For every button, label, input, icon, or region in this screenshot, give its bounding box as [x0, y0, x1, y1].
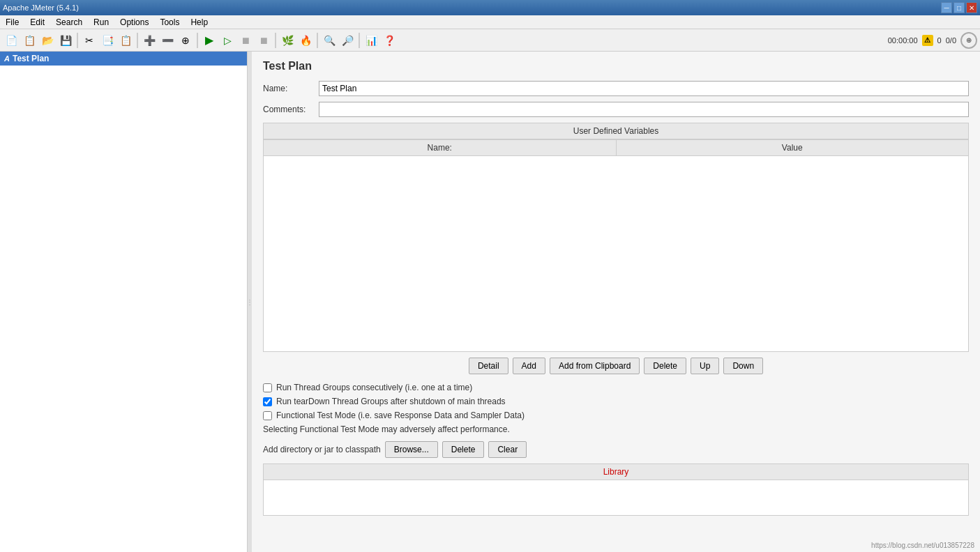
- warning-count: 0: [937, 36, 942, 45]
- comments-label: Comments:: [263, 105, 319, 114]
- sep6: [359, 33, 360, 48]
- comments-input[interactable]: [319, 102, 969, 117]
- page-title: Test Plan: [263, 60, 969, 72]
- flame-button[interactable]: 🔥: [297, 32, 314, 49]
- table-action-buttons: Detail Add Add from Clipboard Delete Up …: [263, 358, 969, 374]
- sep1: [77, 33, 78, 48]
- run-button[interactable]: ▶: [201, 32, 218, 49]
- tree-item-test-plan[interactable]: A Test Plan: [0, 52, 247, 66]
- run-no-pause-button[interactable]: ▷: [219, 32, 236, 49]
- duplicate-button[interactable]: ⊕: [177, 32, 194, 49]
- error-count: 0/0: [946, 36, 956, 45]
- up-button[interactable]: Up: [691, 358, 719, 374]
- expand-button[interactable]: ⊕: [960, 32, 977, 49]
- menu-tools[interactable]: Tools: [154, 16, 185, 29]
- menu-search[interactable]: Search: [50, 16, 88, 29]
- open-button[interactable]: 📂: [39, 32, 56, 49]
- add-from-clipboard-button[interactable]: Add from Clipboard: [550, 358, 640, 374]
- new-button[interactable]: 📄: [3, 32, 20, 49]
- right-panel: Test Plan Name: Comments: User Defined V…: [252, 52, 980, 552]
- clear-classpath-button[interactable]: Clear: [488, 441, 527, 458]
- library-header: Library: [264, 464, 968, 480]
- library-body[interactable]: [264, 480, 968, 515]
- warning-icon: ⚠: [922, 35, 933, 46]
- menu-edit[interactable]: Edit: [24, 16, 50, 29]
- copy-button[interactable]: 📑: [99, 32, 116, 49]
- save-button[interactable]: 💾: [57, 32, 74, 49]
- cut-button[interactable]: ✂: [81, 32, 98, 49]
- stop-now-button[interactable]: ⏹: [255, 32, 272, 49]
- checkbox-functional-label: Functional Test Mode (i.e. save Response…: [276, 411, 525, 420]
- checkbox-row-2: Run tearDown Thread Groups after shutdow…: [263, 397, 969, 406]
- down-button[interactable]: Down: [723, 358, 763, 374]
- main-layout: A Test Plan ⋮ Test Plan Name: Comments: …: [0, 52, 980, 552]
- view-tree-button[interactable]: 📊: [363, 32, 379, 49]
- add-row-button[interactable]: Add: [513, 358, 545, 374]
- table-body[interactable]: [264, 156, 968, 351]
- tree-item-label: Test Plan: [13, 54, 49, 63]
- templates-button[interactable]: 📋: [21, 32, 38, 49]
- minimize-button[interactable]: ─: [941, 2, 952, 13]
- delete-row-button[interactable]: Delete: [644, 358, 686, 374]
- browse-classpath-button[interactable]: Browse...: [385, 441, 438, 458]
- timer-display: 00:00:00: [888, 36, 918, 45]
- library-section: Library: [263, 463, 969, 516]
- close-button[interactable]: ✕: [966, 2, 977, 13]
- comments-row: Comments:: [263, 102, 969, 117]
- col-value: Value: [617, 140, 969, 155]
- toolbar-right: 00:00:00 ⚠ 0 0/0 ⊕: [888, 32, 977, 49]
- menu-file[interactable]: File: [0, 16, 24, 29]
- sep3: [197, 33, 198, 48]
- stop-button[interactable]: ⏹: [237, 32, 254, 49]
- checkbox-consecutive-label: Run Thread Groups consecutively (i.e. on…: [276, 383, 472, 392]
- checkbox-teardown-label: Run tearDown Thread Groups after shutdow…: [276, 397, 506, 406]
- left-panel: A Test Plan: [0, 52, 248, 552]
- table-header: Name: Value: [264, 140, 968, 156]
- remove-button[interactable]: ➖: [159, 32, 176, 49]
- menu-bar: File Edit Search Run Options Tools Help: [0, 15, 980, 29]
- detail-button[interactable]: Detail: [469, 358, 508, 374]
- checkbox-row-1: Run Thread Groups consecutively (i.e. on…: [263, 383, 969, 392]
- variables-table: Name: Value: [263, 139, 969, 352]
- menu-run[interactable]: Run: [88, 16, 114, 29]
- user-defined-variables-title: User Defined Variables: [263, 123, 969, 139]
- checkbox-consecutive[interactable]: [263, 383, 272, 392]
- title-bar: Apache JMeter (5.4.1) ─ □ ✕: [0, 0, 980, 15]
- checkbox-teardown[interactable]: [263, 397, 272, 406]
- title-bar-text: Apache JMeter (5.4.1): [3, 3, 79, 12]
- checkbox-functional[interactable]: [263, 411, 272, 420]
- maximize-button[interactable]: □: [953, 2, 965, 13]
- browse-button[interactable]: 🔎: [339, 32, 356, 49]
- menu-options[interactable]: Options: [114, 16, 154, 29]
- test-plan-icon: A: [4, 54, 10, 63]
- menu-help[interactable]: Help: [185, 16, 213, 29]
- search-button[interactable]: 🔍: [321, 32, 338, 49]
- col-name: Name:: [264, 140, 617, 155]
- title-bar-controls: ─ □ ✕: [941, 2, 977, 13]
- name-input[interactable]: [319, 81, 969, 96]
- classpath-label: Add directory or jar to classpath: [263, 445, 381, 454]
- paste-button[interactable]: 📋: [117, 32, 134, 49]
- functional-warning: Selecting Functional Test Mode may adver…: [263, 424, 969, 434]
- toolbar: 📄 📋 📂 💾 ✂ 📑 📋 ➕ ➖ ⊕ ▶ ▷ ⏹ ⏹ 🌿 🔥 🔍 🔎 📊 ❓ …: [0, 29, 980, 52]
- name-row: Name:: [263, 81, 969, 96]
- sep2: [137, 33, 138, 48]
- add-button[interactable]: ➕: [141, 32, 158, 49]
- sep4: [275, 33, 276, 48]
- checkbox-row-3: Functional Test Mode (i.e. save Response…: [263, 411, 969, 420]
- classpath-row: Add directory or jar to classpath Browse…: [263, 441, 969, 458]
- watermark: https://blog.csdn.net/u013857228: [871, 542, 974, 549]
- help-button[interactable]: ❓: [381, 32, 398, 49]
- sep5: [317, 33, 318, 48]
- delete-classpath-button[interactable]: Delete: [442, 441, 485, 458]
- clear-button[interactable]: 🌿: [279, 32, 296, 49]
- name-label: Name:: [263, 84, 319, 93]
